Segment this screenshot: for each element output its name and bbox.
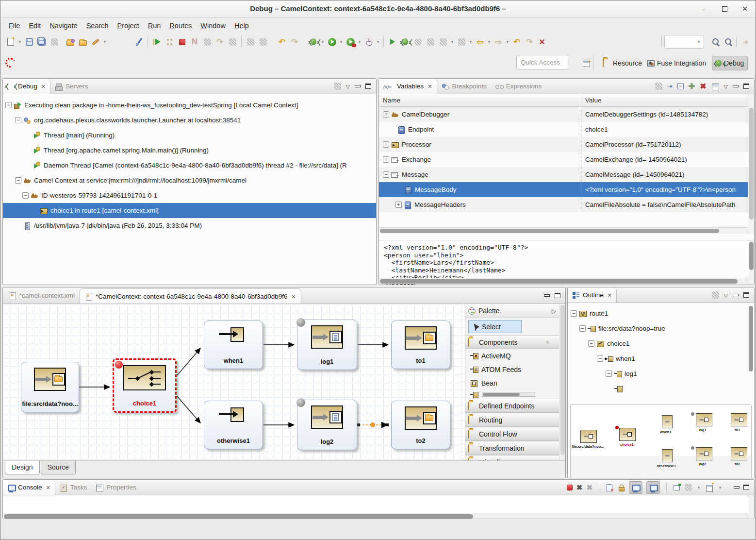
variables-minimize-button[interactable] <box>733 85 739 87</box>
variable-detail-pane[interactable]: <?xml version="1.0" encoding="UTF-8"?> <… <box>379 240 748 247</box>
last-edit-button[interactable]: ↶ <box>511 36 523 48</box>
pin-console-button[interactable] <box>673 484 681 491</box>
palette-header[interactable]: Palette <box>465 304 559 318</box>
scrollbar-thumb[interactable] <box>483 393 520 396</box>
show-console-stdout-toggle[interactable] <box>629 481 642 494</box>
external-tools-dropdown[interactable] <box>375 36 381 48</box>
expander-icon[interactable] <box>15 117 21 123</box>
run-button[interactable] <box>326 36 338 48</box>
scroll-lock-button[interactable] <box>617 484 625 491</box>
zoom-out-button[interactable] <box>722 36 733 48</box>
tab-design[interactable]: Design <box>5 461 40 474</box>
import-button[interactable] <box>65 36 76 48</box>
outline-maximize-button[interactable] <box>743 292 749 298</box>
collapse-all-button[interactable]: ⇥ <box>740 36 751 48</box>
back-button[interactable]: ⇦ <box>474 36 486 48</box>
outline-thumbnail[interactable]: file:src/data?noo... choice1 when1 log1 … <box>570 404 752 478</box>
tab-outline[interactable]: Outline <box>568 287 617 303</box>
collapse-all-button[interactable] <box>677 83 684 89</box>
tab-variables[interactable]: (x)= Variables <box>379 79 437 94</box>
outline-row-log1[interactable]: log1 <box>568 366 754 381</box>
tab-tasks[interactable]: Tasks <box>55 480 92 495</box>
debug-minimize-button[interactable] <box>355 85 361 87</box>
tree-row-choice1-selected[interactable]: choice1 in route1 [camel-context.xml] <box>3 203 376 218</box>
close-console-tab-icon[interactable] <box>46 484 50 491</box>
add-watch-button[interactable]: ✚ <box>689 82 695 91</box>
node-choice1-selected[interactable]: choice1 <box>113 358 177 413</box>
breakpoint-dot-red[interactable] <box>115 361 123 369</box>
terminate-console-button[interactable] <box>567 485 573 490</box>
console-maximize-button[interactable] <box>743 485 749 490</box>
node-when1[interactable]: when1 <box>204 321 263 369</box>
tree-row-thread-main[interactable]: Thread [main] (Running) <box>3 128 376 143</box>
menu-search[interactable]: Search <box>82 20 113 32</box>
tree-row-exchange-id[interactable]: ID-westeros-59793-1424961191701-0-1 <box>3 188 376 203</box>
clear-console-button[interactable] <box>606 484 613 491</box>
var-row-endpoint[interactable]: Endpoint choice1 <box>379 122 754 137</box>
tab-console[interactable]: Console <box>3 480 55 495</box>
editor-minimize-button[interactable] <box>544 294 550 297</box>
detail-vscrollbar[interactable] <box>748 240 754 285</box>
close-variables-tab-icon[interactable] <box>427 83 432 90</box>
palette-category-components[interactable]: Components <box>465 335 559 349</box>
tab-camel-context-xml[interactable]: *camel-context.xml <box>4 287 80 304</box>
tab-source[interactable]: Source <box>41 461 76 474</box>
undo-button[interactable]: ↶ <box>276 36 288 48</box>
expander-icon[interactable] <box>597 355 603 362</box>
expander-icon[interactable] <box>5 102 12 108</box>
new-wizard-button[interactable] <box>5 36 16 48</box>
editor-maximize-button[interactable] <box>555 293 560 298</box>
run-dropdown[interactable] <box>338 36 344 48</box>
var-row-processor[interactable]: Processor CamelProcessor (id=751720112) <box>379 137 754 152</box>
perspective-debug-button[interactable]: Debug <box>712 56 748 70</box>
node-file-endpoint[interactable]: file:src/data?noo... <box>21 362 79 412</box>
tab-breakpoints[interactable]: Breakpoints <box>437 79 491 94</box>
back-dropdown[interactable] <box>486 36 492 48</box>
scrollbar-thumb[interactable] <box>749 108 754 219</box>
remove-selected-button[interactable]: ✖ <box>700 82 706 91</box>
resume-button[interactable] <box>151 36 163 48</box>
expander-icon[interactable] <box>606 371 612 377</box>
var-row-message[interactable]: Message CamelMessage (id=-1450964021) <box>379 167 754 182</box>
scrollbar-thumb[interactable] <box>560 305 565 455</box>
variables-view-menu[interactable] <box>724 83 728 90</box>
expander-icon[interactable] <box>383 171 389 178</box>
remove-all-button[interactable]: ✕ <box>536 36 548 48</box>
minimize-window-button[interactable] <box>699 4 709 14</box>
outline-minimize-button[interactable] <box>733 294 739 296</box>
palette-select-tool[interactable]: Select <box>468 320 522 333</box>
node-otherwise1[interactable]: otherwise1 <box>204 401 263 449</box>
close-outline-tab-icon[interactable] <box>608 291 612 299</box>
outline-row-route1[interactable]: route1 <box>568 306 754 321</box>
quick-access-input[interactable] <box>516 55 568 69</box>
launch-tool-dropdown[interactable] <box>102 36 108 48</box>
maximize-window-button[interactable] <box>720 4 729 14</box>
var-row-cameldebugger[interactable]: CamelDebugger CamelDebuggerSettings (id=… <box>379 107 754 122</box>
scrollbar-thumb[interactable] <box>4 514 473 519</box>
console-vscrollbar[interactable] <box>748 495 754 519</box>
variables-maximize-button[interactable] <box>743 84 749 89</box>
launch-tool-button[interactable] <box>90 36 101 48</box>
variables-vscrollbar[interactable] <box>748 94 754 234</box>
close-debug-tab-icon[interactable] <box>41 83 46 90</box>
tab-camelcontext-active[interactable]: *CamelContext: context-6a548c1c-9e4a-480… <box>80 288 301 304</box>
outline-row-file[interactable]: file:src/data?noop=true <box>568 321 754 336</box>
breakpoint-dot-gray[interactable] <box>296 398 305 407</box>
outline-row-choice1[interactable]: choice1 <box>568 336 754 351</box>
console-hscrollbar[interactable] <box>3 513 748 519</box>
scrollbar-thumb[interactable] <box>749 242 754 270</box>
var-row-messagebody-selected[interactable]: MessageBody <?xml version="1.0" encoding… <box>379 182 754 197</box>
tree-row-launcher[interactable]: org.codehaus.plexus.classworlds.launcher… <box>3 113 376 128</box>
expander-icon[interactable] <box>579 325 586 332</box>
node-to1[interactable]: to1 <box>391 321 450 369</box>
debug-button[interactable] <box>308 36 319 48</box>
expander-icon[interactable] <box>383 156 389 163</box>
menu-routes[interactable]: Routes <box>165 20 196 32</box>
palette-hscrollbar[interactable] <box>482 392 535 397</box>
outline-view-menu[interactable] <box>724 291 728 299</box>
combo-dropdown[interactable] <box>696 36 702 48</box>
expander-icon[interactable] <box>395 202 402 208</box>
tab-expressions[interactable]: Expressions <box>491 79 546 94</box>
menu-help[interactable]: Help <box>230 20 253 32</box>
console-minimize-button[interactable] <box>734 486 740 489</box>
